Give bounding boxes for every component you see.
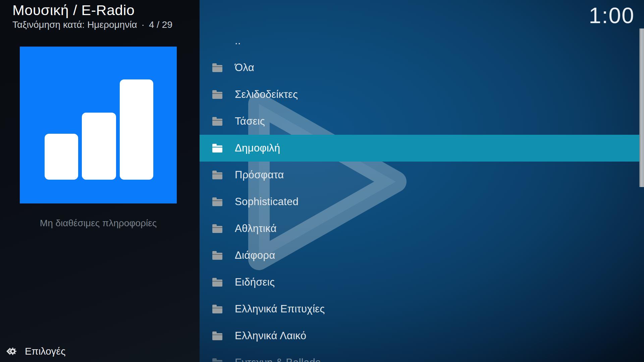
list-item[interactable]: Διάφορα bbox=[200, 242, 644, 269]
bar-chart-icon bbox=[20, 47, 177, 203]
folder-icon bbox=[212, 144, 222, 153]
page-title: Μουσική / E-Radio bbox=[12, 2, 172, 18]
folder-icon bbox=[212, 171, 222, 179]
folder-icon bbox=[212, 197, 222, 206]
folder-icon bbox=[212, 331, 222, 340]
list-item[interactable]: Ελληνικά Επιτυχίες bbox=[200, 296, 644, 322]
list-item[interactable]: Αθλητικά bbox=[200, 215, 644, 242]
folder-icon bbox=[212, 224, 222, 233]
options-gear-icon bbox=[5, 345, 17, 358]
sort-label: Ταξινόμηση κατά: Ημερομηνία bbox=[12, 19, 137, 30]
list-item-label: Sophisticated bbox=[235, 196, 299, 208]
folder-icon bbox=[212, 278, 222, 287]
list-item-label: Δημοφιλή bbox=[235, 142, 280, 154]
folder-icon bbox=[212, 63, 222, 72]
folder-icon bbox=[212, 117, 222, 126]
list-item[interactable]: Τάσεις bbox=[200, 108, 644, 135]
list-item[interactable]: Όλα bbox=[200, 54, 644, 81]
list-item-label: Όλα bbox=[235, 62, 254, 74]
folder-list-panel: 1:00 .. Όλα Σελιδοδείκτες bbox=[200, 0, 644, 362]
list-item-label: .. bbox=[235, 35, 241, 47]
item-position: 4 / 29 bbox=[149, 19, 172, 30]
info-panel: Μουσική / E-Radio Ταξινόμηση κατά: Ημερο… bbox=[0, 0, 200, 362]
list-item-label: Εντεχνη & Ballads bbox=[235, 357, 321, 362]
list-item-label: Σελιδοδείκτες bbox=[235, 88, 298, 101]
list-item-label: Ειδήσεις bbox=[235, 276, 275, 288]
folder-list: .. Όλα Σελιδοδείκτες Τάσεις bbox=[200, 27, 644, 362]
list-item[interactable]: .. bbox=[200, 27, 644, 54]
addon-thumbnail bbox=[20, 47, 177, 203]
list-item[interactable]: Δημοφιλή bbox=[200, 135, 644, 162]
kodi-screen: 1:00 .. Όλα Σελιδοδείκτες bbox=[0, 0, 644, 362]
list-item-label: Πρόσφατα bbox=[235, 169, 284, 181]
list-item[interactable]: Πρόσφατα bbox=[200, 162, 644, 188]
clock: 1:00 bbox=[589, 3, 635, 28]
header: Μουσική / E-Radio Ταξινόμηση κατά: Ημερο… bbox=[12, 2, 172, 30]
folder-icon bbox=[212, 251, 222, 260]
folder-icon bbox=[212, 90, 222, 99]
options-button[interactable]: Επιλογές bbox=[5, 345, 65, 358]
list-item-label: Ελληνικά Επιτυχίες bbox=[235, 303, 325, 315]
list-item-label: Διάφορα bbox=[235, 249, 275, 261]
folder-icon bbox=[212, 305, 222, 313]
list-item[interactable]: Sophisticated bbox=[200, 188, 644, 215]
list-item[interactable]: Σελιδοδείκτες bbox=[200, 81, 644, 108]
list-item[interactable]: Ειδήσεις bbox=[200, 269, 644, 296]
folder-icon bbox=[212, 358, 222, 362]
list-item-label: Τάσεις bbox=[235, 115, 265, 127]
list-item[interactable]: Εντεχνη & Ballads bbox=[200, 349, 644, 362]
no-info-text: Μη διαθέσιμες πληροφορίες bbox=[20, 218, 177, 229]
page-subtitle: Ταξινόμηση κατά: Ημερομηνία · 4 / 29 bbox=[12, 19, 172, 30]
list-item[interactable]: Ελληνικά Λαικό bbox=[200, 322, 644, 349]
list-item-label: Ελληνικά Λαικό bbox=[235, 330, 306, 342]
list-item-label: Αθλητικά bbox=[235, 223, 277, 235]
options-label: Επιλογές bbox=[25, 346, 65, 357]
scrollbar-thumb[interactable] bbox=[639, 28, 644, 187]
subtitle-separator: · bbox=[142, 19, 145, 30]
